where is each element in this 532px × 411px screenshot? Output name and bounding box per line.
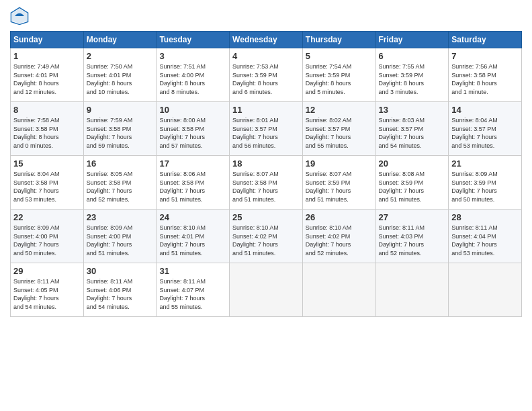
- day-number: 18: [232, 158, 300, 169]
- day-info: Sunrise: 8:09 AM Sunset: 3:59 PM Dayligh…: [451, 170, 519, 203]
- day-number: 1: [13, 51, 81, 61]
- calendar-cell: [375, 263, 449, 317]
- day-info: Sunrise: 7:58 AM Sunset: 3:58 PM Dayligh…: [13, 116, 81, 150]
- day-info: Sunrise: 8:07 AM Sunset: 3:59 PM Dayligh…: [306, 170, 373, 203]
- calendar-cell: 13Sunrise: 8:03 AM Sunset: 3:57 PM Dayli…: [375, 102, 449, 156]
- day-number: 16: [87, 158, 154, 169]
- calendar-cell: 17Sunrise: 8:06 AM Sunset: 3:58 PM Dayli…: [157, 156, 230, 210]
- day-info: Sunrise: 7:54 AM Sunset: 3:59 PM Dayligh…: [306, 62, 373, 96]
- day-number: 13: [379, 105, 446, 115]
- day-number: 8: [13, 105, 81, 115]
- calendar-cell: 6Sunrise: 7:55 AM Sunset: 3:59 PM Daylig…: [375, 48, 449, 102]
- calendar-cell: 3Sunrise: 7:51 AM Sunset: 4:00 PM Daylig…: [157, 48, 230, 102]
- day-number: 27: [379, 212, 446, 222]
- calendar-cell: 14Sunrise: 8:04 AM Sunset: 3:57 PM Dayli…: [449, 102, 522, 156]
- day-number: 22: [13, 212, 81, 222]
- day-info: Sunrise: 8:06 AM Sunset: 3:58 PM Dayligh…: [159, 170, 226, 203]
- day-info: Sunrise: 8:01 AM Sunset: 3:57 PM Dayligh…: [232, 116, 300, 150]
- day-number: 26: [306, 212, 373, 222]
- calendar-cell: 8Sunrise: 7:58 AM Sunset: 3:58 PM Daylig…: [11, 102, 84, 156]
- week-row-3: 15Sunrise: 8:04 AM Sunset: 3:58 PM Dayli…: [11, 156, 522, 210]
- day-number: 23: [87, 212, 154, 222]
- day-number: 11: [232, 105, 300, 115]
- calendar-cell: 1Sunrise: 7:49 AM Sunset: 4:01 PM Daylig…: [11, 48, 84, 102]
- day-number: 30: [87, 266, 154, 276]
- day-info: Sunrise: 8:04 AM Sunset: 3:58 PM Dayligh…: [13, 170, 81, 203]
- day-number: 9: [87, 105, 154, 115]
- day-info: Sunrise: 7:53 AM Sunset: 3:59 PM Dayligh…: [232, 62, 300, 96]
- main-container: SundayMondayTuesdayWednesdayThursdayFrid…: [0, 0, 532, 411]
- day-info: Sunrise: 8:09 AM Sunset: 4:00 PM Dayligh…: [87, 224, 154, 257]
- calendar-cell: 24Sunrise: 8:10 AM Sunset: 4:01 PM Dayli…: [157, 210, 230, 263]
- calendar-cell: 4Sunrise: 7:53 AM Sunset: 3:59 PM Daylig…: [230, 48, 303, 102]
- day-info: Sunrise: 7:56 AM Sunset: 3:58 PM Dayligh…: [451, 62, 519, 96]
- day-info: Sunrise: 8:02 AM Sunset: 3:57 PM Dayligh…: [306, 116, 373, 150]
- day-number: 28: [451, 212, 519, 222]
- day-number: 20: [379, 158, 446, 169]
- calendar-cell: [449, 263, 522, 317]
- day-number: 14: [451, 105, 519, 115]
- week-row-5: 29Sunrise: 8:11 AM Sunset: 4:05 PM Dayli…: [11, 263, 522, 317]
- day-info: Sunrise: 8:11 AM Sunset: 4:04 PM Dayligh…: [451, 224, 519, 257]
- day-number: 25: [232, 212, 300, 222]
- header: [10, 7, 522, 26]
- day-number: 7: [451, 51, 519, 61]
- weekday-header-tuesday: Tuesday: [157, 32, 230, 48]
- day-info: Sunrise: 8:10 AM Sunset: 4:02 PM Dayligh…: [232, 224, 300, 257]
- calendar-cell: 31Sunrise: 8:11 AM Sunset: 4:07 PM Dayli…: [157, 263, 230, 317]
- calendar-cell: 26Sunrise: 8:10 AM Sunset: 4:02 PM Dayli…: [302, 210, 375, 263]
- day-info: Sunrise: 7:50 AM Sunset: 4:01 PM Dayligh…: [87, 62, 154, 96]
- logo-icon: [10, 7, 29, 26]
- day-info: Sunrise: 8:10 AM Sunset: 4:01 PM Dayligh…: [159, 224, 226, 257]
- calendar-cell: 28Sunrise: 8:11 AM Sunset: 4:04 PM Dayli…: [449, 210, 522, 263]
- day-number: 12: [306, 105, 373, 115]
- day-number: 31: [159, 266, 226, 276]
- day-info: Sunrise: 8:09 AM Sunset: 4:00 PM Dayligh…: [13, 224, 81, 257]
- calendar-cell: 19Sunrise: 8:07 AM Sunset: 3:59 PM Dayli…: [302, 156, 375, 210]
- day-info: Sunrise: 8:11 AM Sunset: 4:05 PM Dayligh…: [13, 277, 81, 311]
- calendar-cell: 2Sunrise: 7:50 AM Sunset: 4:01 PM Daylig…: [83, 48, 157, 102]
- week-row-4: 22Sunrise: 8:09 AM Sunset: 4:00 PM Dayli…: [11, 210, 522, 263]
- day-info: Sunrise: 8:04 AM Sunset: 3:57 PM Dayligh…: [451, 116, 519, 150]
- calendar-cell: 25Sunrise: 8:10 AM Sunset: 4:02 PM Dayli…: [230, 210, 303, 263]
- day-info: Sunrise: 8:08 AM Sunset: 3:59 PM Dayligh…: [379, 170, 446, 203]
- calendar-cell: 5Sunrise: 7:54 AM Sunset: 3:59 PM Daylig…: [302, 48, 375, 102]
- day-info: Sunrise: 8:07 AM Sunset: 3:58 PM Dayligh…: [232, 170, 300, 203]
- day-number: 21: [451, 158, 519, 169]
- day-number: 15: [13, 158, 81, 169]
- calendar-cell: 12Sunrise: 8:02 AM Sunset: 3:57 PM Dayli…: [302, 102, 375, 156]
- day-number: 10: [159, 105, 226, 115]
- day-number: 19: [306, 158, 373, 169]
- day-info: Sunrise: 8:11 AM Sunset: 4:07 PM Dayligh…: [159, 277, 226, 311]
- day-info: Sunrise: 8:00 AM Sunset: 3:58 PM Dayligh…: [159, 116, 226, 150]
- day-number: 4: [232, 51, 300, 61]
- day-number: 3: [159, 51, 226, 61]
- week-row-2: 8Sunrise: 7:58 AM Sunset: 3:58 PM Daylig…: [11, 102, 522, 156]
- day-info: Sunrise: 8:11 AM Sunset: 4:06 PM Dayligh…: [87, 277, 154, 311]
- logo: [10, 7, 32, 26]
- day-info: Sunrise: 7:51 AM Sunset: 4:00 PM Dayligh…: [159, 62, 226, 96]
- weekday-header-friday: Friday: [375, 32, 449, 48]
- day-number: 29: [13, 266, 81, 276]
- weekday-header-monday: Monday: [83, 32, 157, 48]
- calendar-cell: 18Sunrise: 8:07 AM Sunset: 3:58 PM Dayli…: [230, 156, 303, 210]
- calendar-table: SundayMondayTuesdayWednesdayThursdayFrid…: [10, 31, 522, 317]
- day-number: 2: [87, 51, 154, 61]
- weekday-header-thursday: Thursday: [302, 32, 375, 48]
- day-info: Sunrise: 8:11 AM Sunset: 4:03 PM Dayligh…: [379, 224, 446, 257]
- calendar-cell: 10Sunrise: 8:00 AM Sunset: 3:58 PM Dayli…: [157, 102, 230, 156]
- calendar-cell: 29Sunrise: 8:11 AM Sunset: 4:05 PM Dayli…: [11, 263, 84, 317]
- calendar-cell: 27Sunrise: 8:11 AM Sunset: 4:03 PM Dayli…: [375, 210, 449, 263]
- calendar-cell: 23Sunrise: 8:09 AM Sunset: 4:00 PM Dayli…: [83, 210, 157, 263]
- calendar-cell: 15Sunrise: 8:04 AM Sunset: 3:58 PM Dayli…: [11, 156, 84, 210]
- calendar-cell: [230, 263, 303, 317]
- calendar-cell: 21Sunrise: 8:09 AM Sunset: 3:59 PM Dayli…: [449, 156, 522, 210]
- calendar-cell: 7Sunrise: 7:56 AM Sunset: 3:58 PM Daylig…: [449, 48, 522, 102]
- day-info: Sunrise: 7:49 AM Sunset: 4:01 PM Dayligh…: [13, 62, 81, 96]
- day-info: Sunrise: 8:05 AM Sunset: 3:58 PM Dayligh…: [87, 170, 154, 203]
- calendar-cell: 20Sunrise: 8:08 AM Sunset: 3:59 PM Dayli…: [375, 156, 449, 210]
- day-number: 6: [379, 51, 446, 61]
- day-info: Sunrise: 7:59 AM Sunset: 3:58 PM Dayligh…: [87, 116, 154, 150]
- day-info: Sunrise: 8:03 AM Sunset: 3:57 PM Dayligh…: [379, 116, 446, 150]
- week-row-1: 1Sunrise: 7:49 AM Sunset: 4:01 PM Daylig…: [11, 48, 522, 102]
